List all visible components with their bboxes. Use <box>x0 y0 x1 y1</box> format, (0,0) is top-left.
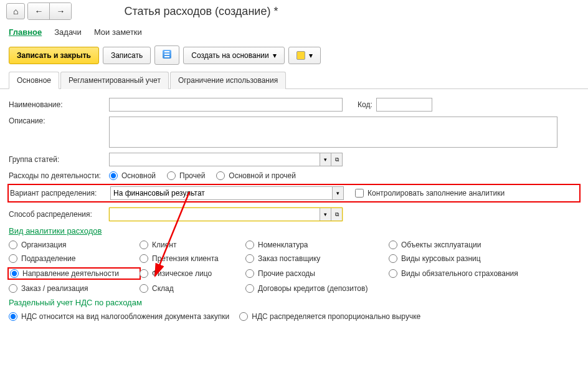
vat-opt2[interactable]: НДС распределяется пропорционально выруч… <box>239 312 420 321</box>
desc-input[interactable] <box>109 117 557 148</box>
variant-label: Вариант распределения: <box>10 189 107 198</box>
create-based-button[interactable]: Создать на основании▾ <box>183 47 285 64</box>
code-label: Код: <box>358 100 372 109</box>
opt-insurance[interactable]: Виды обязательного страхования <box>389 268 563 279</box>
opt-supplier-order[interactable]: Заказ поставщику <box>245 254 389 263</box>
variant-input[interactable] <box>111 187 332 199</box>
name-label: Наименование: <box>9 100 105 109</box>
activity-other-option[interactable]: Прочей <box>167 171 205 180</box>
group-input[interactable] <box>110 153 320 166</box>
code-input[interactable] <box>376 98 432 112</box>
activity-label: Расходы по деятельности: <box>9 171 105 180</box>
chevron-down-icon: ▾ <box>273 51 277 60</box>
name-input[interactable] <box>109 98 343 112</box>
group-combo[interactable]: ▾ ⧉ <box>109 153 343 166</box>
desc-label: Описание: <box>9 117 105 125</box>
action-bar: Записать и закрыть Записать Создать на о… <box>0 43 588 71</box>
group-label: Группа статей: <box>9 155 105 164</box>
nav-notes[interactable]: Мои заметки <box>94 27 142 37</box>
analytics-grid: Организация Клиент Номенклатура Объекты … <box>9 241 579 293</box>
opt-fx[interactable]: Виды курсовых разниц <box>389 254 563 263</box>
opt-other-exp[interactable]: Прочие расходы <box>245 268 389 279</box>
opt-direction[interactable]: Направление деятельности <box>7 267 141 280</box>
open-button[interactable]: ⧉ <box>331 153 342 166</box>
dropdown-button[interactable]: ▾ <box>332 187 343 199</box>
dropdown-button[interactable]: ▾ <box>320 153 331 166</box>
nav-tasks[interactable]: Задачи <box>54 27 82 37</box>
control-checkbox[interactable]: Контролировать заполнение аналитики <box>355 189 505 198</box>
variant-row: Вариант распределения: ▾ Контролировать … <box>7 184 581 203</box>
vat-header: Раздельный учет НДС по расходам <box>9 298 579 307</box>
opt-warehouse[interactable]: Склад <box>140 284 245 293</box>
tab-limit[interactable]: Ограничение использования <box>170 72 286 89</box>
page-title: Статья расходов (создание) * <box>124 5 278 18</box>
nav-group: ← → <box>27 2 72 20</box>
dropdown-button[interactable]: ▾ <box>320 208 331 221</box>
opt-credit[interactable]: Договоры кредитов (депозитов) <box>245 284 389 293</box>
form-body: Наименование: Код: Описание: Группа стат… <box>0 89 588 335</box>
analytics-header: Вид аналитики расходов <box>9 226 579 236</box>
opt-org[interactable]: Организация <box>9 241 140 249</box>
tab-main[interactable]: Основное <box>9 72 59 89</box>
method-input[interactable] <box>110 208 320 221</box>
chevron-down-icon: ▾ <box>309 51 313 60</box>
activity-both-option[interactable]: Основной и прочей <box>216 171 296 180</box>
method-combo[interactable]: ▾ ⧉ <box>109 207 343 221</box>
home-button[interactable]: ⌂ <box>6 3 25 19</box>
opt-objects[interactable]: Объекты эксплуатации <box>389 241 563 249</box>
variant-combo[interactable]: ▾ <box>110 186 344 200</box>
vat-opt1[interactable]: НДС относится на вид налогообложения док… <box>9 312 229 321</box>
save-button[interactable]: Записать <box>103 47 151 64</box>
opt-order[interactable]: Заказ / реализация <box>9 284 140 293</box>
opt-claim[interactable]: Претензия клиента <box>140 254 245 263</box>
opt-nomenclature[interactable]: Номенклатура <box>245 241 389 249</box>
form-tabs: Основное Регламентированный учет Огранич… <box>0 71 588 89</box>
more-button[interactable]: ▾ <box>288 47 321 64</box>
opt-person[interactable]: Физическое лицо <box>140 268 245 279</box>
method-label: Способ распределения: <box>9 210 105 219</box>
tab-reg[interactable]: Регламентированный учет <box>60 72 169 89</box>
opt-dept[interactable]: Подразделение <box>9 254 140 263</box>
opt-client[interactable]: Клиент <box>140 241 245 249</box>
open-button[interactable]: ⧉ <box>331 208 342 221</box>
nav-main[interactable]: Главное <box>9 27 42 37</box>
forward-button[interactable]: → <box>50 3 71 19</box>
top-toolbar: ⌂ ← → Статья расходов (создание) * <box>0 0 588 22</box>
nav-tabs: Главное Задачи Мои заметки <box>0 22 588 43</box>
back-button[interactable]: ← <box>28 3 50 19</box>
database-icon <box>163 50 171 59</box>
list-button[interactable] <box>154 45 179 65</box>
save-close-button[interactable]: Записать и закрыть <box>9 47 99 64</box>
activity-main-option[interactable]: Основной <box>109 171 156 180</box>
action-icon <box>296 51 305 60</box>
